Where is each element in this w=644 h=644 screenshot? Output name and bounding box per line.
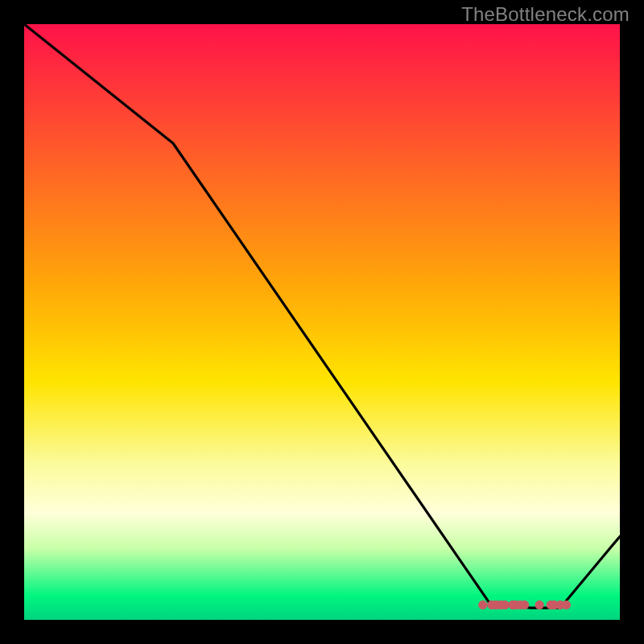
marker-dot [535,601,543,609]
chart-frame: TheBottleneck.com [0,0,644,644]
watermark-text: TheBottleneck.com [461,3,630,26]
marker-dot [520,601,528,609]
marker-layer [24,24,620,620]
marker-dot [501,601,509,609]
marker-group [479,601,571,609]
marker-dot [562,601,570,609]
plot-area [24,24,620,620]
marker-dot [479,601,487,609]
